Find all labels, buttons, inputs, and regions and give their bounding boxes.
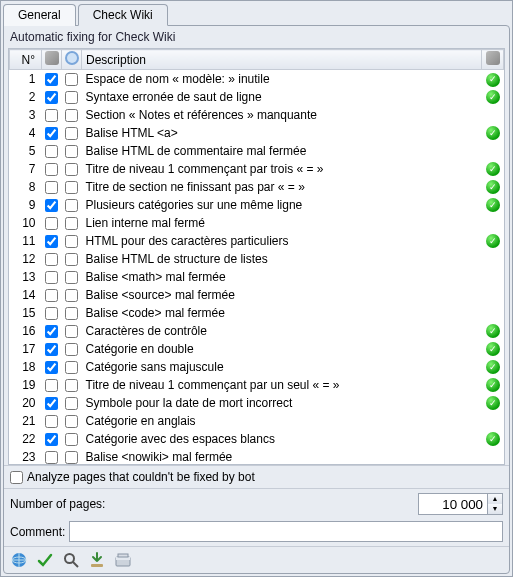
pages-input[interactable] bbox=[418, 493, 488, 515]
row-enable-checkbox[interactable] bbox=[45, 415, 58, 428]
ok-icon bbox=[486, 360, 500, 374]
tab-general[interactable]: General bbox=[3, 4, 76, 26]
row-bot-checkbox[interactable] bbox=[65, 271, 78, 284]
table-row[interactable]: 7Titre de niveau 1 commençant par trois … bbox=[10, 160, 504, 178]
header-number[interactable]: N° bbox=[10, 50, 42, 70]
row-status bbox=[482, 412, 504, 430]
row-enable-checkbox[interactable] bbox=[45, 163, 58, 176]
row-enable-checkbox[interactable] bbox=[45, 433, 58, 446]
row-enable-checkbox[interactable] bbox=[45, 73, 58, 86]
row-enable-checkbox[interactable] bbox=[45, 451, 58, 464]
row-bot-checkbox[interactable] bbox=[65, 109, 78, 122]
analyze-checkbox[interactable] bbox=[10, 471, 23, 484]
header-bot-col[interactable] bbox=[62, 50, 82, 70]
row-bot-checkbox[interactable] bbox=[65, 253, 78, 266]
row-enable-checkbox[interactable] bbox=[45, 361, 58, 374]
spinner-up[interactable]: ▲ bbox=[488, 494, 502, 504]
row-number: 19 bbox=[10, 376, 42, 394]
spinner-down[interactable]: ▼ bbox=[488, 504, 502, 514]
table-row[interactable]: 13Balise <math> mal fermée bbox=[10, 268, 504, 286]
row-bot-checkbox[interactable] bbox=[65, 397, 78, 410]
row-bot-checkbox[interactable] bbox=[65, 433, 78, 446]
table-row[interactable]: 3Section « Notes et références » manquan… bbox=[10, 106, 504, 124]
row-enable-checkbox[interactable] bbox=[45, 307, 58, 320]
table-row[interactable]: 11HTML pour des caractères particuliers bbox=[10, 232, 504, 250]
row-status bbox=[482, 142, 504, 160]
table-row[interactable]: 20Symbole pour la date de mort incorrect bbox=[10, 394, 504, 412]
table-row[interactable]: 21Catégorie en anglais bbox=[10, 412, 504, 430]
row-enable-checkbox[interactable] bbox=[45, 379, 58, 392]
comment-row: Comment: bbox=[4, 519, 509, 546]
disk-icon[interactable] bbox=[114, 551, 132, 569]
row-enable-checkbox[interactable] bbox=[45, 181, 58, 194]
person-icon bbox=[65, 51, 79, 65]
row-bot-checkbox[interactable] bbox=[65, 325, 78, 338]
row-enable-checkbox[interactable] bbox=[45, 325, 58, 338]
row-bot-checkbox[interactable] bbox=[65, 163, 78, 176]
search-icon[interactable] bbox=[62, 551, 80, 569]
pages-label: Number of pages: bbox=[10, 497, 105, 511]
table-row[interactable]: 18Catégorie sans majuscule bbox=[10, 358, 504, 376]
row-number: 14 bbox=[10, 286, 42, 304]
row-status bbox=[482, 394, 504, 412]
table-row[interactable]: 16Caractères de contrôle bbox=[10, 322, 504, 340]
row-bot-checkbox[interactable] bbox=[65, 217, 78, 230]
row-enable-checkbox[interactable] bbox=[45, 253, 58, 266]
table-row[interactable]: 19Titre de niveau 1 commençant par un se… bbox=[10, 376, 504, 394]
globe-icon[interactable] bbox=[10, 551, 28, 569]
analyze-label[interactable]: Analyze pages that couldn't be fixed by … bbox=[27, 470, 255, 484]
row-enable-checkbox[interactable] bbox=[45, 127, 58, 140]
table-row[interactable]: 8Titre de section ne finissant pas par «… bbox=[10, 178, 504, 196]
table-row[interactable]: 22Catégorie avec des espaces blancs bbox=[10, 430, 504, 448]
row-enable-checkbox[interactable] bbox=[45, 199, 58, 212]
table-row[interactable]: 17Catégorie en double bbox=[10, 340, 504, 358]
row-bot-checkbox[interactable] bbox=[65, 289, 78, 302]
row-bot-checkbox[interactable] bbox=[65, 127, 78, 140]
header-description[interactable]: Description bbox=[82, 50, 482, 70]
pages-spinner[interactable]: ▲ ▼ bbox=[488, 493, 503, 515]
row-bot-checkbox[interactable] bbox=[65, 343, 78, 356]
table-row[interactable]: 10Lien interne mal fermé bbox=[10, 214, 504, 232]
row-number: 15 bbox=[10, 304, 42, 322]
row-enable-checkbox[interactable] bbox=[45, 217, 58, 230]
row-bot-checkbox[interactable] bbox=[65, 199, 78, 212]
row-bot-checkbox[interactable] bbox=[65, 379, 78, 392]
row-bot-checkbox[interactable] bbox=[65, 307, 78, 320]
row-bot-checkbox[interactable] bbox=[65, 73, 78, 86]
row-enable-checkbox[interactable] bbox=[45, 397, 58, 410]
row-description: Section « Notes et références » manquant… bbox=[82, 106, 482, 124]
row-enable-checkbox[interactable] bbox=[45, 145, 58, 158]
table-row[interactable]: 2Syntaxe erronée de saut de ligne bbox=[10, 88, 504, 106]
table-row[interactable]: 23Balise <nowiki> mal fermée bbox=[10, 448, 504, 466]
tab-check-wiki[interactable]: Check Wiki bbox=[78, 4, 168, 26]
header-status-col[interactable] bbox=[482, 50, 504, 70]
row-enable-checkbox[interactable] bbox=[45, 109, 58, 122]
row-bot-checkbox[interactable] bbox=[65, 145, 78, 158]
row-status bbox=[482, 232, 504, 250]
row-enable-checkbox[interactable] bbox=[45, 289, 58, 302]
rules-table-wrapper[interactable]: N° Description 1Espace de nom « modèle: … bbox=[8, 48, 505, 465]
download-icon[interactable] bbox=[88, 551, 106, 569]
table-row[interactable]: 15Balise <code> mal fermée bbox=[10, 304, 504, 322]
row-bot-checkbox[interactable] bbox=[65, 235, 78, 248]
header-enable-col[interactable] bbox=[42, 50, 62, 70]
table-row[interactable]: 12Balise HTML de structure de listes bbox=[10, 250, 504, 268]
table-row[interactable]: 14Balise <source> mal fermée bbox=[10, 286, 504, 304]
row-bot-checkbox[interactable] bbox=[65, 451, 78, 464]
row-bot-checkbox[interactable] bbox=[65, 361, 78, 374]
row-bot-checkbox[interactable] bbox=[65, 181, 78, 194]
row-enable-checkbox[interactable] bbox=[45, 343, 58, 356]
table-row[interactable]: 9Plusieurs catégories sur une même ligne bbox=[10, 196, 504, 214]
comment-input[interactable] bbox=[69, 521, 503, 542]
row-bot-checkbox[interactable] bbox=[65, 415, 78, 428]
check-icon[interactable] bbox=[36, 551, 54, 569]
row-number: 4 bbox=[10, 124, 42, 142]
row-enable-checkbox[interactable] bbox=[45, 271, 58, 284]
row-description: Titre de niveau 1 commençant par un seul… bbox=[82, 376, 482, 394]
row-enable-checkbox[interactable] bbox=[45, 235, 58, 248]
table-row[interactable]: 4Balise HTML <a> bbox=[10, 124, 504, 142]
table-row[interactable]: 1Espace de nom « modèle: » inutile bbox=[10, 70, 504, 88]
row-bot-checkbox[interactable] bbox=[65, 91, 78, 104]
row-enable-checkbox[interactable] bbox=[45, 91, 58, 104]
table-row[interactable]: 5Balise HTML de commentaire mal fermée bbox=[10, 142, 504, 160]
